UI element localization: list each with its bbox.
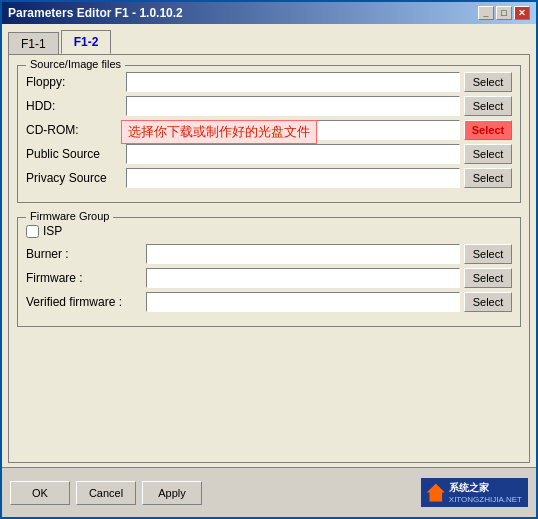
watermark-sub: XITONGZHIJIA.NET [449, 495, 522, 504]
firmware-input[interactable] [146, 268, 460, 288]
floppy-label: Floppy: [26, 75, 126, 89]
public-source-input[interactable] [126, 144, 460, 164]
privacy-source-label: Privacy Source [26, 171, 126, 185]
bottom-bar: OK Cancel Apply 系统之家 XITONGZHIJIA.NET [2, 467, 536, 517]
source-group-label: Source/Image files [26, 58, 125, 70]
public-source-select-button[interactable]: Select [464, 144, 512, 164]
hdd-label: HDD: [26, 99, 126, 113]
burner-row: Burner : Select [26, 244, 512, 264]
public-source-label: Public Source [26, 147, 126, 161]
hdd-row: HDD: Select [26, 96, 512, 116]
main-window: Parameters Editor F1 - 1.0.10.2 _ □ ✕ F1… [0, 0, 538, 519]
firmware-label: Firmware : [26, 271, 146, 285]
watermark-text: 系统之家 [449, 481, 522, 495]
cancel-button[interactable]: Cancel [76, 481, 136, 505]
cdrom-row: CD-ROM: 选择你下载或制作好的光盘文件 Select [26, 120, 512, 140]
public-source-row: Public Source Select [26, 144, 512, 164]
hdd-input[interactable] [126, 96, 460, 116]
watermark-content: 系统之家 XITONGZHIJIA.NET [427, 481, 522, 504]
title-bar: Parameters Editor F1 - 1.0.10.2 _ □ ✕ [2, 2, 536, 24]
tab-panel: Source/Image files Floppy: Select HDD: S… [8, 54, 530, 463]
source-group: Source/Image files Floppy: Select HDD: S… [17, 65, 521, 203]
isp-row: ISP [26, 224, 512, 238]
floppy-select-button[interactable]: Select [464, 72, 512, 92]
close-button[interactable]: ✕ [514, 6, 530, 20]
content-area: F1-1 F1-2 Source/Image files Floppy: Sel… [2, 24, 536, 467]
firmware-row: Firmware : Select [26, 268, 512, 288]
window-title: Parameters Editor F1 - 1.0.10.2 [8, 6, 183, 20]
isp-checkbox[interactable] [26, 225, 39, 238]
verified-firmware-row: Verified firmware : Select [26, 292, 512, 312]
burner-select-button[interactable]: Select [464, 244, 512, 264]
floppy-row: Floppy: Select [26, 72, 512, 92]
firmware-group: Firmware Group ISP Burner : Select Firmw… [17, 217, 521, 327]
firmware-group-label: Firmware Group [26, 210, 113, 222]
privacy-source-row: Privacy Source Select [26, 168, 512, 188]
tab-bar: F1-1 F1-2 [8, 28, 530, 54]
privacy-source-select-button[interactable]: Select [464, 168, 512, 188]
maximize-button[interactable]: □ [496, 6, 512, 20]
watermark: 系统之家 XITONGZHIJIA.NET [421, 478, 528, 507]
verified-firmware-select-button[interactable]: Select [464, 292, 512, 312]
apply-button[interactable]: Apply [142, 481, 202, 505]
title-bar-controls: _ □ ✕ [478, 6, 530, 20]
privacy-source-input[interactable] [126, 168, 460, 188]
cdrom-label: CD-ROM: [26, 123, 126, 137]
floppy-input[interactable] [126, 72, 460, 92]
hdd-select-button[interactable]: Select [464, 96, 512, 116]
burner-label: Burner : [26, 247, 146, 261]
minimize-button[interactable]: _ [478, 6, 494, 20]
tab-f1-2[interactable]: F1-2 [61, 30, 112, 54]
firmware-select-button[interactable]: Select [464, 268, 512, 288]
watermark-area: 系统之家 XITONGZHIJIA.NET [449, 481, 522, 504]
verified-firmware-input[interactable] [146, 292, 460, 312]
cdrom-select-button[interactable]: Select [464, 120, 512, 140]
verified-firmware-label: Verified firmware : [26, 295, 146, 309]
cdrom-input[interactable] [126, 120, 460, 140]
tab-f1-1[interactable]: F1-1 [8, 32, 59, 54]
watermark-house-icon [427, 484, 445, 502]
burner-input[interactable] [146, 244, 460, 264]
isp-label: ISP [43, 224, 62, 238]
ok-button[interactable]: OK [10, 481, 70, 505]
